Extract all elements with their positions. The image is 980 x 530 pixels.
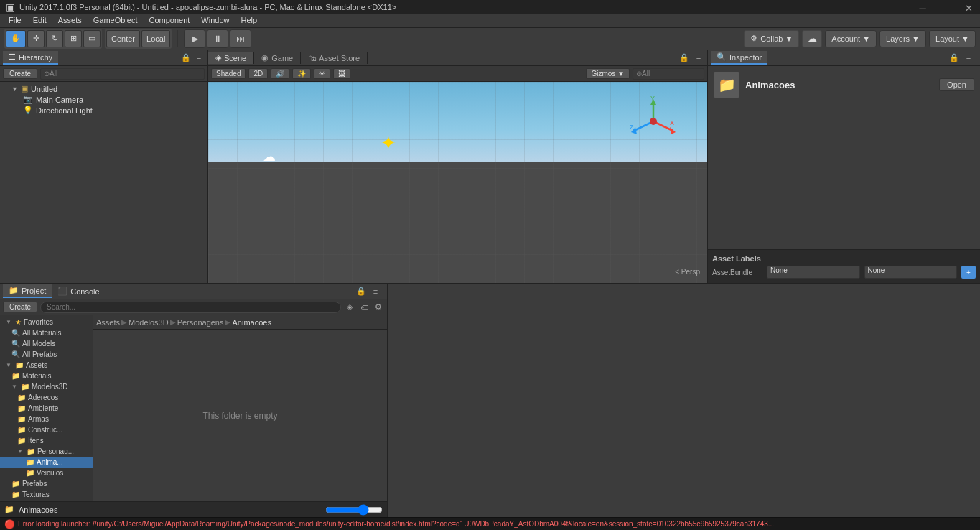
inspector-lock-btn[interactable]: 🔒 (948, 52, 960, 64)
hierarchy-create-button[interactable]: Create (3, 68, 37, 79)
tool-rect[interactable]: ▭ (83, 30, 101, 47)
all-prefabs-item[interactable]: 🔍 All Prefabs (0, 349, 93, 360)
modelos3d-arrow: ▼ (11, 383, 17, 390)
svg-point-6 (650, 118, 657, 125)
image-effects-button[interactable]: 🖼 (333, 68, 350, 79)
tool-move[interactable]: ✛ (27, 30, 45, 47)
center-button[interactable]: Center (106, 30, 140, 47)
local-global-button[interactable]: Local (141, 30, 170, 47)
game-tab[interactable]: ◉ Game (254, 52, 301, 64)
account-dropdown[interactable]: Account ▼ (825, 30, 877, 47)
menu-component[interactable]: Component (143, 14, 195, 26)
personag-folder-icon: 📁 (27, 447, 35, 455)
search-by-type-icon[interactable]: ◈ (344, 302, 355, 313)
breadcrumb-modelos3d[interactable]: Modelos3D (129, 318, 169, 327)
itens-item[interactable]: 📁 Itens (0, 435, 93, 446)
scene-search[interactable]: ⊙All (633, 68, 704, 80)
scene-view[interactable]: ✦ ☁ (208, 82, 707, 283)
project-tab[interactable]: 📁 Project (3, 284, 52, 298)
materiais-item[interactable]: 📁 Materiais (0, 371, 93, 381)
layout-dropdown[interactable]: Layout ▼ (929, 30, 976, 47)
scene-lock-icon[interactable]: 🔒 (678, 52, 690, 64)
menu-file[interactable]: File (3, 14, 27, 26)
materiais-label: Materiais (22, 372, 52, 380)
fx-button[interactable]: ✨ (292, 68, 311, 79)
project-menu-icon[interactable]: ≡ (370, 286, 381, 297)
shading-dropdown[interactable]: Shaded (211, 68, 246, 79)
hierarchy-menu-icon[interactable]: ≡ (193, 52, 205, 64)
pause-button[interactable]: ⏸ (207, 29, 228, 48)
step-button[interactable]: ⏭ (230, 29, 251, 48)
close-button[interactable]: ✕ (957, 0, 980, 16)
hierarchy-lock-icon[interactable]: 🔒 (180, 52, 192, 64)
main-camera-item[interactable]: 📷 Main Camera (0, 94, 207, 105)
armas-item[interactable]: 📁 Armas (0, 414, 93, 424)
breadcrumb-animacoes[interactable]: Animacoes (232, 318, 271, 327)
audio-button[interactable]: 🔊 (271, 68, 289, 79)
aderecos-folder-icon: 📁 (17, 394, 26, 401)
menu-help[interactable]: Help (235, 14, 263, 26)
asset-label-dropdown[interactable]: None (864, 266, 958, 279)
asset-store-tab[interactable]: 🛍 Asset Store (301, 52, 368, 64)
hierarchy-search[interactable]: ⊙ All (40, 68, 205, 80)
texturas-item[interactable]: 📁 Texturas (0, 489, 93, 500)
project-create-button[interactable]: Create (3, 302, 37, 312)
construc-item[interactable]: 📁 Construc... (0, 424, 93, 435)
asset-bundle-dropdown[interactable]: None (767, 266, 860, 279)
personag-item[interactable]: ▼ 📁 Personag... (0, 446, 93, 457)
veiculos-folder-icon: 📁 (26, 469, 34, 477)
menu-gameobject[interactable]: GameObject (88, 14, 144, 26)
modelos3d-item[interactable]: ▼ 📁 Modelos3D (0, 381, 93, 392)
breadcrumb-personagens[interactable]: Personagens (177, 318, 224, 327)
play-button[interactable]: ▶ (184, 29, 205, 48)
tool-rotate[interactable]: ↻ (46, 30, 63, 47)
zoom-slider[interactable] (325, 505, 383, 515)
inspector-tab[interactable]: 🔍 Inspector (711, 51, 767, 65)
directional-light-item[interactable]: 💡 Directional Light (0, 105, 207, 116)
breadcrumb-assets[interactable]: Assets (96, 318, 120, 327)
tool-scale[interactable]: ⊞ (65, 30, 82, 47)
console-tab[interactable]: ⬛ Console (52, 285, 105, 297)
favorites-section[interactable]: ▼ ★ Favorites (0, 317, 93, 327)
aderecos-item[interactable]: 📁 Aderecos (0, 392, 93, 403)
inspector-menu-btn[interactable]: ≡ (963, 52, 974, 64)
project-bottom-right (325, 505, 383, 515)
collab-button[interactable]: ⚙ Collab ▼ (744, 30, 799, 47)
scene-lighting-button[interactable]: ☀ (314, 68, 330, 79)
menu-window[interactable]: Window (195, 14, 235, 26)
menu-assets[interactable]: Assets (52, 14, 88, 26)
animacoes-item[interactable]: 📁 Anima... (0, 457, 93, 468)
prefabs-item[interactable]: 📁 Prefabs (0, 478, 93, 489)
open-button[interactable]: Open (939, 78, 974, 91)
ambiente-item[interactable]: 📁 Ambiente (0, 403, 93, 414)
all-models-item[interactable]: 🔍 All Models (0, 338, 93, 349)
gizmos-dropdown[interactable]: Gizmos ▼ (586, 68, 630, 79)
asset-label-add-btn[interactable]: + (961, 266, 976, 279)
assets-root[interactable]: ▼ 📁 Assets (0, 360, 93, 371)
minimize-button[interactable]: ─ (911, 0, 934, 16)
hierarchy-controls: Create ⊙ All (0, 66, 207, 82)
cloud-button[interactable]: ☁ (802, 30, 822, 47)
project-bottom-bar: 📁 Animacoes (0, 501, 387, 517)
personag-arrow: ▼ (17, 448, 23, 455)
search-by-label-icon[interactable]: 🏷 (358, 302, 370, 313)
collab-label: Collab ▼ (760, 34, 793, 43)
scene-menu-icon[interactable]: ≡ (693, 52, 704, 64)
empty-folder-label: This folder is empty (202, 411, 277, 421)
all-materials-item[interactable]: 🔍 All Materials (0, 327, 93, 338)
2d-button[interactable]: 2D (248, 68, 268, 79)
scene-root-item[interactable]: ▼ ▣ Untitled (0, 83, 207, 94)
veiculos-item[interactable]: 📁 Veiculos (0, 468, 93, 478)
prefabs-folder-icon: 📁 (11, 480, 20, 488)
scene-tab[interactable]: ◈ Scene (208, 52, 254, 64)
tool-hand[interactable]: ✋ (6, 30, 26, 47)
layers-dropdown[interactable]: Layers ▼ (879, 30, 926, 47)
menu-edit[interactable]: Edit (27, 14, 52, 26)
hierarchy-tab-bar: ☰ Hierarchy 🔒 ≡ (0, 50, 207, 66)
maximize-button[interactable]: □ (934, 0, 957, 16)
project-search-input[interactable] (40, 302, 341, 313)
assets-arrow: ▼ (6, 362, 11, 368)
hierarchy-tab[interactable]: ☰ Hierarchy (3, 51, 58, 65)
project-options-icon[interactable]: ⚙ (373, 302, 384, 313)
project-lock-icon[interactable]: 🔒 (355, 286, 367, 297)
